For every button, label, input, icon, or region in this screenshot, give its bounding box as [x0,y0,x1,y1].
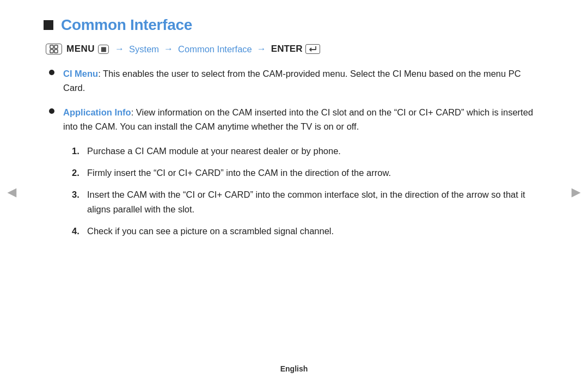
page-container: Common Interface MENU ▦ → System → Commo… [0,0,588,384]
bullet-item-app-info: Application Info: View information on th… [49,105,544,134]
enter-label: ENTER [271,44,303,54]
menu-icon [46,44,62,54]
content-area: CI Menu: This enables the user to select… [49,66,544,239]
section-title-row: Common Interface [44,16,544,34]
common-interface-link[interactable]: Common Interface [178,44,252,54]
prev-button[interactable]: ◄ [4,184,20,201]
ci-menu-text: : This enables the user to select from t… [63,69,521,93]
menu-label: MENU [66,44,95,54]
system-link[interactable]: System [129,44,159,54]
numbered-item-4: 4. Check if you can see a picture on a s… [72,224,544,238]
app-info-term: Application Info [63,107,131,117]
number-text-4: Check if you can see a picture on a scra… [87,224,334,238]
numbered-item-1: 1. Purchase a CI CAM module at your near… [72,144,544,158]
number-3: 3. [72,187,87,202]
number-text-3: Insert the CAM with the “CI or CI+ CARD”… [87,187,544,216]
svg-rect-3 [54,50,58,53]
number-1: 1. [72,144,87,158]
section-square-icon [44,20,53,30]
ci-menu-term: CI Menu [63,69,98,78]
svg-rect-2 [50,50,53,53]
arrow-sep-3: → [257,44,266,54]
svg-rect-1 [54,45,58,48]
menu-grid-icon: ▦ [98,45,109,54]
svg-rect-0 [50,45,53,48]
bullet-dot-2 [49,108,54,114]
enter-icon [305,44,320,54]
number-text-2: Firmly insert the “CI or CI+ CARD” into … [87,166,391,180]
bullet-text-2: Application Info: View information on th… [63,105,544,134]
footer-language: English [280,364,308,373]
numbered-list: 1. Purchase a CI CAM module at your near… [72,144,544,239]
number-4: 4. [72,224,87,238]
number-text-1: Purchase a CI CAM module at your nearest… [87,144,341,158]
numbered-item-2: 2. Firmly insert the “CI or CI+ CARD” in… [72,166,544,180]
numbered-item-3: 3. Insert the CAM with the “CI or CI+ CA… [72,187,544,216]
bullet-dot-1 [49,70,54,75]
section-title: Common Interface [61,16,192,34]
app-info-text: : View information on the CAM inserted i… [63,107,533,131]
next-button[interactable]: ► [568,184,584,201]
bullet-item-ci-menu: CI Menu: This enables the user to select… [49,66,544,95]
bullet-text-1: CI Menu: This enables the user to select… [63,66,544,95]
number-2: 2. [72,166,87,180]
arrow-sep-2: → [164,44,173,54]
arrow-sep-1: → [115,44,124,54]
menu-nav-row: MENU ▦ → System → Common Interface → ENT… [46,44,544,54]
